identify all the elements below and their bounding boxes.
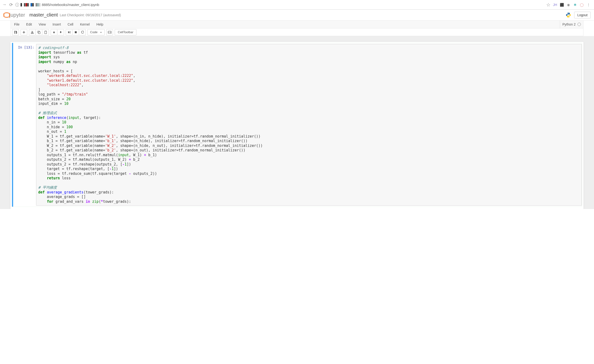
- code-line: import tensorflow as tf: [38, 50, 580, 55]
- jupyter-logo-icon: [3, 13, 9, 18]
- python-logo-icon: [566, 12, 571, 18]
- ext-circle-icon[interactable]: ◯: [580, 3, 584, 7]
- notebook-page: In [13]: # coding=utf-8import tensorflow…: [0, 36, 594, 209]
- logout-button[interactable]: Logout: [574, 12, 591, 18]
- url-path: 8885/notebooks/master_client.ipynb: [42, 3, 99, 7]
- code-line: outputs_2 = tf.matmul(outputs_1, W_2) + …: [38, 157, 580, 162]
- paste-cell-button[interactable]: [42, 29, 49, 35]
- code-line: # 平均梯度: [38, 185, 580, 190]
- cell-type-select[interactable]: Code: [88, 29, 105, 35]
- code-line: "worker1.default.svc.cluster.local:2222"…: [38, 78, 580, 83]
- code-line: import sys: [38, 55, 580, 60]
- code-line: [38, 106, 580, 111]
- insert-cell-below-button[interactable]: [20, 29, 27, 35]
- ext-dots-icon[interactable]: ⋮: [586, 3, 591, 7]
- svg-rect-6: [75, 31, 77, 33]
- move-cell-down-button[interactable]: [57, 29, 64, 35]
- jupyter-logo[interactable]: jupyter: [3, 12, 25, 18]
- code-line: outputs_2 = tf.reshape(outputs_2, [-1]): [38, 162, 580, 167]
- code-line: ]: [38, 88, 580, 93]
- code-line: b_2 = tf.get_variable(name='b_2', shape=…: [38, 148, 580, 153]
- cut-cell-button[interactable]: [29, 29, 36, 35]
- site-info-icon[interactable]: i: [15, 3, 19, 7]
- save-button[interactable]: [12, 29, 19, 35]
- code-line: batch_size = 20: [38, 97, 580, 102]
- code-line: W_1 = tf.get_variable(name='W_1', shape=…: [38, 134, 580, 139]
- code-line: [38, 181, 580, 185]
- menu-cell[interactable]: Cell: [64, 20, 77, 28]
- code-line: # 推理函式: [38, 111, 580, 116]
- notebook-name[interactable]: master_client: [29, 12, 58, 18]
- menu-insert[interactable]: Insert: [49, 20, 64, 28]
- copy-cell-button[interactable]: [36, 29, 42, 35]
- jupyter-logo-text: jupyter: [9, 12, 25, 18]
- code-line: def average_gradients(tower_grads):: [38, 190, 580, 195]
- code-line: return loss: [38, 176, 580, 181]
- run-cell-button[interactable]: [66, 29, 72, 35]
- forward-icon[interactable]: →: [2, 2, 7, 7]
- menu-edit[interactable]: Edit: [23, 20, 35, 28]
- code-line: log_path = "/tmp/train": [38, 92, 580, 97]
- code-line: worker_hosts = [: [38, 69, 580, 74]
- jupyter-header: jupyter master_client Last Checkpoint: 0…: [0, 10, 594, 20]
- move-cell-up-button[interactable]: [51, 29, 57, 35]
- ext-jh-icon[interactable]: JH: [553, 3, 557, 7]
- ext-asterisk-icon[interactable]: ✱: [573, 3, 577, 7]
- checkpoint-text: Last Checkpoint: 09/16/2017 (autosaved): [60, 13, 121, 17]
- code-line: import numpy as np: [38, 60, 580, 65]
- code-line: average_grads = []: [38, 195, 580, 199]
- ext-red-icon[interactable]: ⬛: [560, 3, 564, 7]
- kernel-idle-icon: [578, 23, 581, 26]
- kernel-indicator[interactable]: Python 2: [560, 20, 583, 28]
- reload-icon[interactable]: ⟳: [9, 2, 14, 7]
- svg-rect-5: [45, 31, 46, 31]
- ext-elephant-icon[interactable]: ◉: [566, 3, 571, 7]
- code-line: b_1 = tf.get_variable(name='b_1', shape=…: [38, 139, 580, 144]
- browser-toolbar: → ⟳ i 8885/notebooks/master_client.ipynb…: [0, 0, 594, 10]
- code-line: "worker0.default.svc.cluster.local:2222"…: [38, 73, 580, 78]
- interrupt-kernel-button[interactable]: [72, 29, 79, 35]
- code-line: n_hide = 100: [38, 125, 580, 130]
- code-line: n_out = 1: [38, 129, 580, 134]
- menu-file[interactable]: File: [11, 20, 23, 28]
- input-prompt: In [13]:: [13, 44, 36, 206]
- url-host-blurred: [20, 3, 40, 7]
- code-line: [38, 64, 580, 69]
- code-line: target = tf.reshape(target, [-1]): [38, 167, 580, 172]
- browser-right-icons: ☆ JH⬛◉✱◯⋮: [546, 2, 592, 8]
- code-line: def inference(input, target):: [38, 116, 580, 120]
- notebook-container: In [13]: # coding=utf-8import tensorflow…: [11, 42, 583, 209]
- code-cell[interactable]: In [13]: # coding=utf-8import tensorflow…: [12, 43, 582, 207]
- menu-kernel[interactable]: Kernel: [77, 20, 93, 28]
- svg-rect-3: [39, 32, 40, 34]
- code-line: n_in = 10: [38, 120, 580, 125]
- svg-rect-4: [45, 31, 47, 34]
- cell-toolbar-button[interactable]: CellToolbar: [115, 29, 136, 35]
- menu-bar: FileEditViewInsertCellKernelHelp Python …: [11, 20, 583, 28]
- code-line: W_2 = tf.get_variable(name='W_2', shape=…: [38, 144, 580, 148]
- code-line: input_dim = 10: [38, 101, 580, 106]
- kernel-name: Python 2: [562, 22, 576, 26]
- restart-kernel-button[interactable]: [79, 29, 86, 35]
- command-palette-button[interactable]: [106, 29, 113, 35]
- url-bar[interactable]: i 8885/notebooks/master_client.ipynb: [15, 3, 544, 7]
- code-line: for grad_and_vars in zip(*tower_grads):: [38, 199, 580, 204]
- bookmark-star-icon[interactable]: ☆: [546, 2, 551, 8]
- menu-view[interactable]: View: [35, 20, 49, 28]
- toolbar: Code CellToolbar: [11, 28, 583, 36]
- code-input-area[interactable]: # coding=utf-8import tensorflow as tfimp…: [36, 44, 582, 206]
- code-line: loss = tf.reduce_sum(tf.square(target - …: [38, 172, 580, 176]
- code-line: outputs_1 = tf.nn.relu(tf.matmul(input, …: [38, 153, 580, 158]
- code-line: "localhost:2222",: [38, 83, 580, 88]
- menu-help[interactable]: Help: [93, 20, 107, 28]
- code-line: # coding=utf-8: [38, 46, 580, 50]
